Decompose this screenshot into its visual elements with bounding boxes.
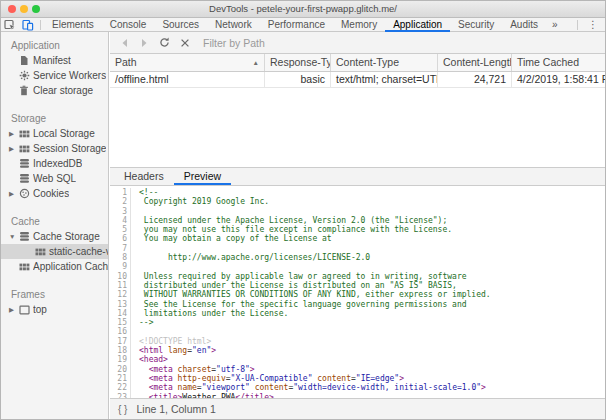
code-line: 13 See the License for the specific lang…: [110, 300, 605, 309]
tab-elements[interactable]: Elements: [44, 18, 102, 32]
line-number: 15: [110, 318, 131, 327]
sidebar-item-label: Service Workers: [33, 70, 106, 81]
database-icon: [19, 173, 33, 184]
table-cell-content-type: text/html; charset=UTF-8: [331, 72, 438, 87]
line-number: 10: [110, 272, 131, 281]
sidebar-section-frames: Frames: [1, 287, 108, 302]
tab-performance[interactable]: Performance: [260, 18, 333, 32]
line-number: 16: [110, 327, 131, 336]
code-line: 2 Copyright 2019 Google Inc.: [110, 197, 605, 206]
tab-security[interactable]: Security: [450, 18, 502, 32]
sidebar-item-label: Local Storage: [33, 128, 95, 139]
column-header-label: Path: [115, 54, 137, 71]
code-line: 8 http://www.apache.org/licenses/LICENSE…: [110, 253, 605, 262]
sidebar-item-top[interactable]: ▶top: [1, 302, 108, 317]
sidebar-item-label: IndexedDB: [33, 158, 82, 169]
sidebar-item-clear-storage[interactable]: Clear storage: [1, 83, 108, 98]
line-number: 5: [110, 225, 131, 234]
tab-console[interactable]: Console: [102, 18, 155, 32]
sidebar-item-label: static-cache-v1 - ht: [49, 246, 108, 257]
table-cell-response-type: basic: [265, 72, 331, 87]
sidebar-item-label: Web SQL: [33, 173, 76, 184]
sidebar-item-label: Application Cache: [33, 261, 108, 272]
chevron-right-icon[interactable]: ▶: [9, 145, 19, 153]
tab-audits[interactable]: Audits: [502, 18, 546, 32]
refresh-icon[interactable]: [159, 37, 170, 48]
kebab-menu-icon[interactable]: ⋮: [581, 19, 605, 30]
line-number: 17: [110, 337, 131, 346]
sort-asc-icon: ▲: [253, 54, 259, 71]
tab-network[interactable]: Network: [207, 18, 260, 32]
table-icon: [19, 144, 33, 154]
code-text: limitations under the License.: [131, 309, 288, 318]
sidebar-section-storage: Storage: [1, 111, 108, 126]
code-text: [131, 207, 139, 216]
sidebar-item-static-cache-v1-ht[interactable]: static-cache-v1 - ht: [1, 244, 108, 259]
column-header-response-type[interactable]: Response-Type: [265, 54, 331, 71]
code-text: Licensed under the Apache License, Versi…: [131, 216, 447, 225]
filter-input[interactable]: [203, 37, 605, 49]
sidebar-item-cache-storage[interactable]: ▼Cache Storage: [1, 229, 108, 244]
column-header-content-type[interactable]: Content-Type: [331, 54, 438, 71]
tab-memory[interactable]: Memory: [333, 18, 385, 32]
more-tabs-chevron-icon[interactable]: »: [546, 19, 564, 30]
line-number: 20: [110, 365, 131, 374]
window-minimize-button[interactable]: [20, 5, 28, 13]
line-number: 6: [110, 234, 131, 243]
line-number: 3: [110, 207, 131, 216]
table-row[interactable]: /offline.htmlbasictext/html; charset=UTF…: [110, 72, 605, 88]
sidebar-item-manifest[interactable]: Manifest: [1, 53, 108, 68]
preview-tab-preview[interactable]: Preview: [174, 168, 231, 185]
window-title: DevTools - petele-your-first-pwapp.glitc…: [1, 1, 605, 17]
chevron-down-icon[interactable]: ▼: [9, 233, 19, 240]
cache-storage-panel: Path▲Response-TypeContent-TypeContent-Le…: [110, 32, 605, 419]
window-close-button[interactable]: [8, 5, 16, 13]
code-line: 20 <meta charset="utf-8">: [110, 365, 605, 374]
sidebar-item-service-workers[interactable]: Service Workers: [1, 68, 108, 83]
sidebar-item-indexeddb[interactable]: IndexedDB: [1, 156, 108, 171]
sidebar-item-local-storage[interactable]: ▶Local Storage: [1, 126, 108, 141]
code-text: <html lang="en">: [131, 346, 216, 355]
chevron-right-icon[interactable]: ▶: [9, 130, 19, 138]
sidebar-item-cookies[interactable]: ▶Cookies: [1, 186, 108, 201]
sidebar-item-web-sql[interactable]: Web SQL: [1, 171, 108, 186]
code-line: 17<!DOCTYPE html>: [110, 337, 605, 346]
preview-tab-headers[interactable]: Headers: [114, 168, 174, 185]
code-text: distributed under the License is distrib…: [131, 281, 457, 290]
back-icon[interactable]: [119, 38, 130, 48]
device-toolbar-icon[interactable]: [19, 18, 37, 31]
code-line: 15-->: [110, 318, 605, 327]
forward-icon[interactable]: [139, 38, 150, 48]
line-number: 21: [110, 374, 131, 383]
sidebar-item-session-storage[interactable]: ▶Session Storage: [1, 141, 108, 156]
toolbar-divider: [40, 20, 41, 30]
table-cell-time-cached: 4/2/2019, 1:58:41 PM: [512, 72, 605, 87]
window-zoom-button[interactable]: [32, 5, 40, 13]
code-preview[interactable]: 1<!--2 Copyright 2019 Google Inc.34 Lice…: [110, 186, 605, 398]
tab-sources[interactable]: Sources: [154, 18, 207, 32]
code-line: 5 you may not use this file except in co…: [110, 225, 605, 234]
tab-application[interactable]: Application: [385, 18, 450, 32]
line-number: 2: [110, 197, 131, 206]
inspect-element-icon[interactable]: [1, 18, 19, 31]
code-line: 9: [110, 262, 605, 271]
toolbar-divider: [577, 20, 578, 30]
sidebar-item-label: Cookies: [33, 188, 69, 199]
window-titlebar: DevTools - petele-your-first-pwapp.glitc…: [1, 1, 605, 18]
column-header-content-length[interactable]: Content-Length: [438, 54, 512, 71]
code-text: <head>: [131, 355, 168, 364]
chevron-right-icon[interactable]: ▶: [9, 190, 19, 198]
code-text: Copyright 2019 Google Inc.: [131, 197, 269, 206]
column-header-path[interactable]: Path▲: [110, 54, 265, 71]
code-line: 3: [110, 207, 605, 216]
column-header-label: Content-Length: [443, 54, 512, 71]
code-line: 11 distributed under the License is dist…: [110, 281, 605, 290]
sidebar-item-application-cache[interactable]: Application Cache: [1, 259, 108, 274]
line-number: 12: [110, 290, 131, 299]
column-header-label: Response-Type: [270, 54, 331, 71]
clear-icon[interactable]: [179, 38, 190, 48]
chevron-right-icon[interactable]: ▶: [9, 306, 19, 314]
table-body: /offline.htmlbasictext/html; charset=UTF…: [110, 72, 605, 167]
column-header-time-cached[interactable]: Time Cached: [512, 54, 605, 71]
code-line: 21 <meta http-equiv="X-UA-Compatible" co…: [110, 374, 605, 383]
